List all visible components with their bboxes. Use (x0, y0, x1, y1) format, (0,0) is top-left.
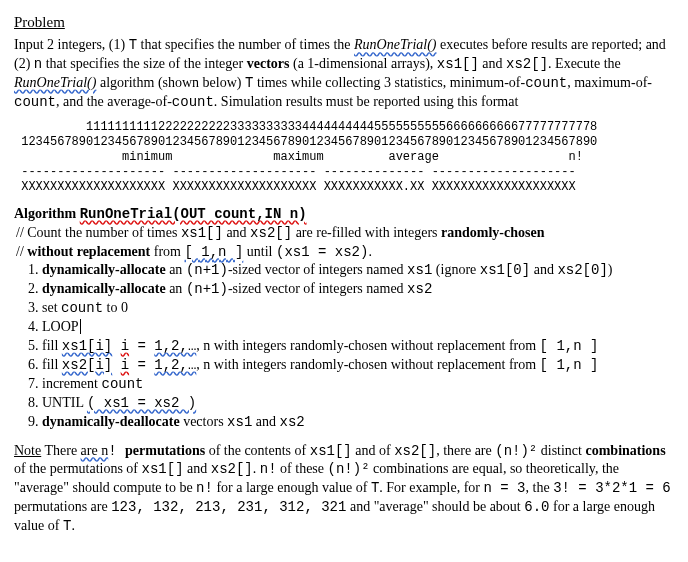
xs1: xs1[] (142, 461, 184, 477)
size: (n+1) (186, 281, 228, 297)
problem-heading: Problem (14, 12, 674, 32)
text: permutations are (14, 499, 111, 514)
n-eq-3: n = 3 (484, 480, 526, 496)
xs2: xs2[] (394, 443, 436, 459)
step-2: 2. dynamically-allocate an (n+1)-sized v… (28, 280, 674, 299)
code-count: count (14, 94, 56, 110)
range: [ 1,n ] (185, 244, 244, 260)
run-one-trial: RunOneTrial() (14, 75, 96, 90)
var-xs2: xs2 (280, 414, 305, 430)
text: . Simulation results must be reported us… (214, 94, 518, 109)
i: i (121, 357, 129, 373)
text: of the contents of (205, 443, 310, 458)
text: vectors (180, 414, 227, 429)
randomly-chosen: randomly-chosen (441, 225, 544, 240)
six: 6.0 (524, 499, 549, 515)
step-num: 6. fill (28, 357, 62, 372)
text: and (252, 414, 279, 429)
text: and (184, 461, 211, 476)
text: an (166, 281, 186, 296)
fact: ! (108, 443, 125, 459)
problem-paragraph: Input 2 integers, (1) T that specifies t… (14, 36, 674, 112)
text: for a large enough value of (213, 480, 371, 495)
text: , the (526, 480, 554, 495)
xs1-0: xs1[0] (480, 262, 530, 278)
text: ) (608, 262, 613, 277)
var-xs2: xs2 (407, 281, 432, 297)
text: . Execute the (548, 56, 621, 71)
range: 1,2,… (154, 357, 196, 373)
step-8: 8. UNTIL ( xs1 = xs2 ) (28, 394, 674, 413)
text: // Count the number of times (16, 225, 181, 240)
note-label: Note (14, 443, 41, 458)
text: until (243, 244, 276, 259)
nf: n! (196, 480, 213, 496)
code-xs1: xs1[] (437, 56, 479, 72)
algorithm-signature: RunOneTrial(OUT count,IN n) (80, 206, 307, 222)
dyn-dealloc: dynamically-deallocate (42, 414, 180, 429)
perm-list: 123, 132, 213, 231, 312, 321 (111, 499, 346, 515)
format-table: 1111111111222222222233333333334444444444… (14, 120, 674, 195)
until-expr: ( xs1 = xs2 ) (87, 395, 196, 411)
step-4: 4. LOOP (28, 318, 674, 337)
text: and of (352, 443, 394, 458)
eq: = (129, 338, 154, 354)
without-replacement: without replacement (27, 244, 150, 259)
text: , and the average-of- (56, 94, 172, 109)
step-num: 2. (28, 281, 42, 296)
sp (112, 338, 120, 354)
table-ruler-1: 1111111111222222222233333333334444444444… (14, 120, 597, 134)
text: (a 1-dimensional arrays), (289, 56, 436, 71)
var-xs1: xs1 (227, 414, 252, 430)
text: that specifies the number of times the (137, 37, 354, 52)
text: , n with integers randomly-chosen withou… (196, 357, 539, 372)
loop-kw: 4. LOOP (28, 319, 79, 334)
xs2: xs2[] (211, 461, 253, 477)
eq: = (129, 357, 154, 373)
step-num: 8. UNTIL (28, 395, 87, 410)
text: and (530, 262, 557, 277)
eq-expr: (xs1 = xs2) (276, 244, 368, 260)
text: . For example, for (379, 480, 483, 495)
step-1: 1. dynamically-allocate an (n+1)-sized v… (28, 261, 674, 280)
xs2-0: xs2[0] (557, 262, 607, 278)
algorithm-title: Algorithm RunOneTrial(OUT count,IN n) (14, 205, 674, 224)
dyn-alloc: dynamically-allocate (42, 281, 166, 296)
text: algorithm (shown below) (96, 75, 245, 90)
table-ruler-2: 1234567890123456789012345678901234567890… (14, 135, 597, 149)
text: are re-filled with integers (292, 225, 441, 240)
text: that specifies the size of the integer (42, 56, 246, 71)
table-divider: -------------------- -------------------… (14, 165, 576, 179)
bracket-range: [ 1,n ] (540, 338, 599, 354)
text: from (150, 244, 184, 259)
step-5: 5. fill xs1[i] i = 1,2,…, n with integer… (28, 337, 674, 356)
code-n: n (34, 56, 42, 72)
step-3: 3. set count to 0 (28, 299, 674, 318)
text: and (223, 225, 250, 240)
text: There (41, 443, 80, 458)
calc: 3! = 3*2*1 = 6 (553, 480, 671, 496)
code-count: count (172, 94, 214, 110)
text: times while collecting 3 statistics, min… (253, 75, 525, 90)
code-xs2: xs2[] (250, 225, 292, 241)
size: (n+1) (186, 262, 228, 278)
step-7: 7. increment count (28, 375, 674, 394)
text: and (479, 56, 506, 71)
text: an (166, 262, 186, 277)
are-n: are n (81, 443, 109, 458)
comment-2: // without replacement from [ 1,n ] unti… (16, 243, 674, 262)
text: , maximum-of- (567, 75, 652, 90)
note-paragraph: Note There are n! permutations of the co… (14, 442, 674, 536)
permutations: permutations (125, 443, 205, 458)
algorithm-label: Algorithm (14, 206, 80, 221)
step-num: 7. increment (28, 376, 101, 391)
var-count: count (101, 376, 143, 392)
text: to 0 (103, 300, 128, 315)
vectors-bold: vectors (247, 56, 290, 71)
step-num: 9. (28, 414, 42, 429)
i: i (121, 338, 129, 354)
text: distinct (537, 443, 585, 458)
text: , there are (436, 443, 495, 458)
table-headers: minimum maximum average n! (14, 150, 583, 164)
text: . (368, 244, 372, 259)
